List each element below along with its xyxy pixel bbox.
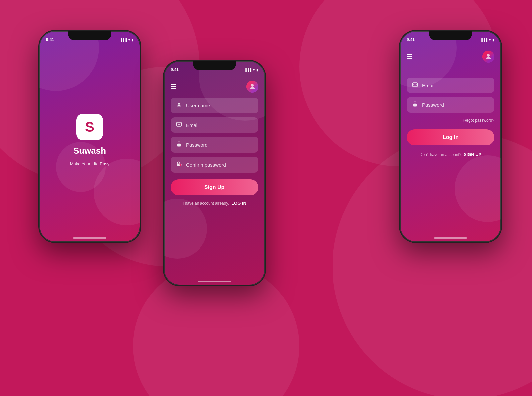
home-indicator-splash xyxy=(73,237,106,239)
avatar-signup[interactable] xyxy=(246,81,258,93)
splash-body: S Suwash Make Your Life Easy xyxy=(39,46,140,235)
password-field-login[interactable]: Password xyxy=(407,97,494,113)
signup-top-bar: ☰ xyxy=(171,79,258,98)
user-icon xyxy=(176,102,182,109)
svg-rect-7 xyxy=(413,83,418,87)
phone-signup: 9:41 ▐▐▐ ▾ ▮ ☰ xyxy=(163,60,266,286)
confirm-password-icon xyxy=(176,161,182,168)
login-top-bar: ☰ xyxy=(407,49,494,68)
svg-rect-8 xyxy=(413,104,417,107)
battery-icon-3: ▮ xyxy=(492,38,494,42)
email-label-login: Email xyxy=(422,83,489,88)
email-label-signup: Email xyxy=(186,122,253,128)
svg-point-1 xyxy=(178,103,180,105)
login-link[interactable]: LOG IN xyxy=(231,201,246,206)
wifi-icon: ▾ xyxy=(128,38,130,42)
email-field-login[interactable]: Email xyxy=(407,78,494,93)
svg-point-0 xyxy=(251,84,254,87)
wifi-icon-3: ▾ xyxy=(489,38,491,42)
username-field[interactable]: User name xyxy=(171,98,258,113)
notch-login xyxy=(429,31,472,40)
email-icon-signup xyxy=(176,122,182,128)
password-label-login: Password xyxy=(422,102,489,108)
status-time-login: 9:41 xyxy=(407,37,415,42)
email-icon-login xyxy=(412,82,418,88)
svg-rect-3 xyxy=(177,144,181,147)
status-icons-splash: ▐▐▐ ▾ ▮ xyxy=(120,38,134,42)
email-field-signup[interactable]: Email xyxy=(171,117,258,133)
status-time-signup: 9:41 xyxy=(171,67,179,72)
hamburger-menu-login[interactable]: ☰ xyxy=(407,53,413,61)
svg-rect-2 xyxy=(177,122,182,126)
notch-signup xyxy=(193,61,236,70)
avatar-image-signup xyxy=(246,81,258,93)
confirm-password-label: Confirm password xyxy=(186,162,253,168)
signup-link[interactable]: SIGN UP xyxy=(464,152,481,157)
battery-icon: ▮ xyxy=(132,38,134,42)
status-time-splash: 9:41 xyxy=(46,37,54,42)
forgot-password-text[interactable]: Forgot password? xyxy=(407,118,494,123)
notch-splash xyxy=(68,31,111,40)
wifi-icon-2: ▾ xyxy=(253,68,255,72)
svg-point-6 xyxy=(487,54,490,57)
status-icons-login: ▐▐▐ ▾ ▮ xyxy=(480,38,494,42)
signup-content: ☰ User n xyxy=(164,76,265,278)
lock-icon-signup xyxy=(176,141,182,148)
confirm-password-field[interactable]: Confirm password xyxy=(171,157,258,173)
username-label: User name xyxy=(186,103,253,108)
home-indicator-login xyxy=(434,237,467,239)
splash-logo-letter: S xyxy=(85,119,94,135)
signal-icon: ▐▐▐ xyxy=(120,38,127,42)
lock-icon-login xyxy=(412,101,418,108)
login-bottom-label: Don't have an account? xyxy=(420,152,462,157)
avatar-image-login xyxy=(482,51,494,63)
battery-icon-2: ▮ xyxy=(256,68,258,72)
phone-login: 9:41 ▐▐▐ ▾ ▮ ☰ xyxy=(399,30,502,243)
phone-splash: 9:41 ▐▐▐ ▾ ▮ S Suwash Make Your Life Eas… xyxy=(38,30,141,243)
splash-tagline: Make Your Life Easy xyxy=(70,161,110,166)
hamburger-menu-signup[interactable]: ☰ xyxy=(171,83,177,91)
splash-logo: S xyxy=(76,114,103,140)
password-field-signup[interactable]: Password xyxy=(171,137,258,153)
phones-container: 9:41 ▐▐▐ ▾ ▮ S Suwash Make Your Life Eas… xyxy=(0,0,532,396)
signup-bottom-text: I have an account already. LOG IN xyxy=(171,201,258,206)
status-icons-signup: ▐▐▐ ▾ ▮ xyxy=(244,68,258,72)
login-button[interactable]: Log In xyxy=(407,129,494,145)
password-label-signup: Password xyxy=(186,142,253,148)
signal-icon-3: ▐▐▐ xyxy=(480,38,487,42)
avatar-login[interactable] xyxy=(482,51,494,63)
login-content: ☰ xyxy=(400,46,501,235)
splash-app-name: Suwash xyxy=(73,146,106,156)
login-bottom-text: Don't have an account? SIGN UP xyxy=(407,152,494,157)
home-indicator-signup xyxy=(198,281,231,282)
signal-icon-2: ▐▐▐ xyxy=(244,68,251,72)
signup-bottom-label: I have an account already. xyxy=(183,201,229,206)
signup-button[interactable]: Sign Up xyxy=(171,179,258,195)
